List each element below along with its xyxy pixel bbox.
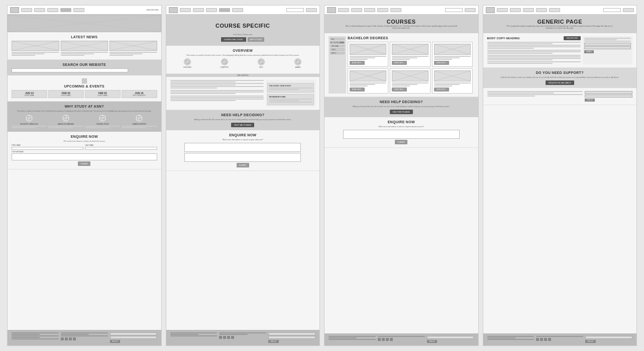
cc-more-info-6[interactable]: MORE INFO > xyxy=(434,87,449,92)
cs-enquire-input-1[interactable] xyxy=(184,143,301,152)
gfs-submit[interactable]: SIGN UP xyxy=(585,99,595,102)
courses-nav-contact[interactable] xyxy=(390,8,401,12)
generic-social-f[interactable] xyxy=(536,338,539,341)
social-instagram[interactable] xyxy=(69,337,72,340)
event-3[interactable]: FEB 03 EVENT NAME xyxy=(85,90,121,98)
home-search-input[interactable] xyxy=(12,68,128,72)
cs-social-in[interactable] xyxy=(227,336,230,339)
courses-social-f[interactable] xyxy=(378,338,381,341)
generic-nav-about[interactable] xyxy=(523,8,534,12)
cc-more-info-4[interactable]: MORE INFO > xyxy=(350,87,365,92)
cc-more-info-5[interactable]: MORE INFO > xyxy=(392,87,407,92)
cs-nav-apply[interactable] xyxy=(219,8,230,12)
filter-diploma[interactable]: DIPLOMA xyxy=(330,45,345,47)
generic-nav-courses[interactable] xyxy=(510,8,521,12)
courses-footer-input[interactable] xyxy=(427,336,474,339)
cc-more-info-1[interactable]: MORE INFO > xyxy=(350,61,365,65)
cs-enquire-submit[interactable]: SUBMIT xyxy=(237,163,249,167)
generic-footer-signup[interactable]: SIGN UP xyxy=(585,340,595,343)
course-card-3[interactable]: MORE INFO > xyxy=(432,42,473,67)
event-1[interactable]: JUN 10 EVENT NAME xyxy=(12,90,47,98)
generic-enquire-button[interactable]: ENQUIRE NOW xyxy=(564,36,581,40)
filter-cert[interactable]: CERT xyxy=(330,48,345,51)
event-2[interactable]: FEB 02 EVENT NAME xyxy=(48,90,84,98)
cc-more-info-3[interactable]: MORE INFO > xyxy=(434,61,449,65)
cs-download-button[interactable]: DOWNLOAD GUIDE xyxy=(221,37,246,42)
courses-nav-about[interactable] xyxy=(364,8,375,12)
generic-footer-input[interactable] xyxy=(585,336,632,339)
cs-logo[interactable] xyxy=(169,7,178,13)
filter-apply[interactable]: APPLY xyxy=(330,52,345,54)
home-nav-apply[interactable] xyxy=(60,8,71,12)
courses-social-t[interactable] xyxy=(382,338,385,341)
footer-email-input[interactable] xyxy=(110,332,157,335)
home-firstname-input[interactable] xyxy=(12,147,83,150)
internship-box[interactable]: INTERNSHIP FORM xyxy=(267,94,314,105)
generic-callback-button[interactable]: REQUEST A CALLBACK xyxy=(546,80,574,85)
courses-footer-signup[interactable]: SIGN UP xyxy=(427,340,437,343)
courses-nav-apply[interactable] xyxy=(377,8,388,12)
generic-nav-extra[interactable] xyxy=(623,8,634,12)
gs-submit[interactable]: SUBMIT xyxy=(584,50,594,53)
generic-social-in[interactable] xyxy=(544,338,547,341)
event-4[interactable]: JUN 10 NEXT SEMESTER xyxy=(122,90,157,98)
cs-social-t[interactable] xyxy=(223,336,226,339)
courses-social-yt[interactable] xyxy=(390,338,393,341)
social-twitter[interactable] xyxy=(65,337,68,340)
cs-enquire-input-2[interactable] xyxy=(184,153,301,162)
filter-bachelor[interactable]: BACHELOR xyxy=(330,41,345,44)
gs-input-1[interactable] xyxy=(584,43,631,46)
courses-social-in[interactable] xyxy=(386,338,389,341)
social-facebook[interactable] xyxy=(61,337,64,340)
course-card-2[interactable]: MORE INFO > xyxy=(390,42,431,67)
cc-more-info-2[interactable]: MORE INFO > xyxy=(392,61,407,65)
cs-apply-button[interactable]: APPLY NOW xyxy=(248,37,264,42)
course-card-5[interactable]: MORE INFO > xyxy=(390,68,431,94)
generic-search-box[interactable] xyxy=(603,8,621,12)
generic-social-t[interactable] xyxy=(540,338,543,341)
cs-nav-contact[interactable] xyxy=(232,8,243,12)
gfs-input-1[interactable] xyxy=(585,91,632,94)
home-nav-courses[interactable] xyxy=(34,8,45,12)
courses-logo[interactable] xyxy=(327,7,336,13)
cs-footer-input-2[interactable] xyxy=(268,336,315,339)
home-logo[interactable] xyxy=(10,7,19,13)
cs-search-box[interactable] xyxy=(286,8,304,12)
footer-name-input[interactable] xyxy=(110,336,157,339)
courses-nav-extra[interactable] xyxy=(465,8,476,12)
cs-nav-courses[interactable] xyxy=(193,8,204,12)
generic-nav-home[interactable] xyxy=(497,8,508,12)
home-nav-about[interactable] xyxy=(47,8,58,12)
home-submit-button[interactable]: SUBMIT xyxy=(78,161,90,166)
generic-social-yt[interactable] xyxy=(548,338,551,341)
courses-enquire-input[interactable] xyxy=(343,130,460,139)
cs-nav-about[interactable] xyxy=(206,8,217,12)
courses-nav-home[interactable] xyxy=(338,8,349,12)
cs-help-button[interactable]: HELP ME PLEASE xyxy=(231,123,254,127)
home-nav-home[interactable] xyxy=(21,8,32,12)
cs-nav-extra[interactable] xyxy=(306,8,317,12)
generic-logo[interactable] xyxy=(486,7,495,13)
cs-footer-input-1[interactable] xyxy=(268,332,315,335)
course-card-4[interactable]: MORE INFO > xyxy=(348,68,388,94)
courses-help-button[interactable]: HELP ME PLEASE xyxy=(390,110,413,114)
filter-all[interactable]: ALL xyxy=(330,38,345,40)
courses-search-box[interactable] xyxy=(445,8,463,12)
cs-nav-home[interactable] xyxy=(180,8,191,12)
footer-signup-button[interactable]: SIGN UP xyxy=(110,340,120,343)
cs-footer-signup[interactable]: SIGN UP xyxy=(268,340,278,343)
courses-enquire-submit[interactable]: SUBMIT xyxy=(395,140,407,144)
course-card-1[interactable]: MORE INFO > xyxy=(348,42,388,67)
courses-nav-courses[interactable] xyxy=(351,8,362,12)
gfs-input-2[interactable] xyxy=(585,95,632,98)
gs-input-2[interactable] xyxy=(584,46,631,49)
cs-social-yt[interactable] xyxy=(231,336,234,339)
study-box[interactable]: THE STUDY YOUR STUDY xyxy=(267,83,314,93)
generic-nav-apply[interactable] xyxy=(536,8,547,12)
home-lastname-input[interactable] xyxy=(85,147,157,150)
course-card-6[interactable]: MORE INFO > xyxy=(432,68,473,94)
generic-nav-contact[interactable] xyxy=(549,8,560,12)
home-message-textarea[interactable] xyxy=(12,153,157,160)
social-youtube[interactable] xyxy=(73,337,76,340)
home-nav-contact[interactable] xyxy=(73,8,84,12)
